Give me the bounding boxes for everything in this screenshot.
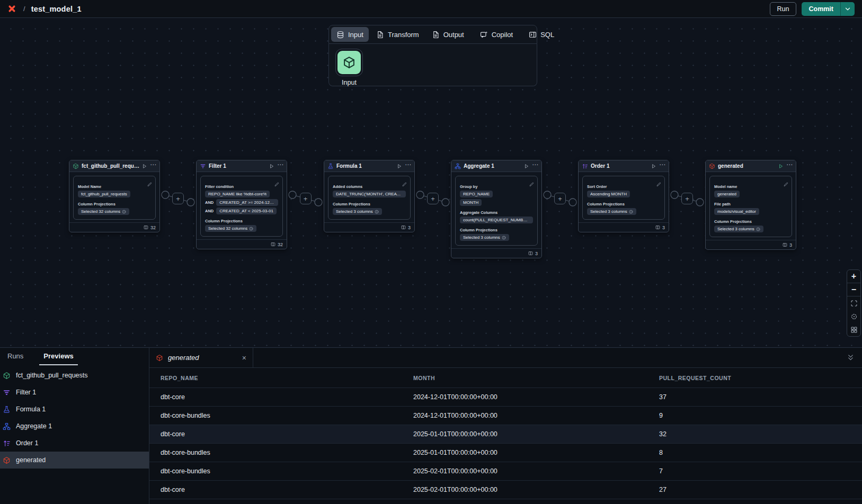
chevrons-down-icon (847, 354, 855, 362)
file-icon (376, 31, 384, 39)
preview-list-label: generated (16, 456, 46, 464)
filter-icon (3, 389, 11, 397)
node-run-button[interactable] (778, 164, 784, 169)
preview-list-item-fct_github_pull_requests[interactable]: fct_github_pull_requests (0, 367, 149, 384)
zoom-in-button[interactable]: + (847, 270, 860, 283)
collapse-panel-button[interactable] (847, 348, 862, 367)
pill-row: Selected 32 columns (205, 225, 278, 232)
edge-target-port[interactable] (442, 199, 449, 206)
sort-icon (582, 163, 588, 169)
palette-tab-sql[interactable]: SQL (523, 27, 559, 42)
table-cell: 37 (659, 393, 862, 401)
edge-target-port[interactable] (696, 199, 704, 206)
node-menu-button[interactable]: ⋯ (532, 161, 538, 170)
node-menu-button[interactable]: ⋯ (786, 161, 793, 170)
palette-tab-transform[interactable]: Transform (371, 27, 424, 42)
run-button[interactable]: Run (770, 2, 797, 16)
edge-source-port[interactable] (544, 191, 551, 199)
preview-list-item-formula-1[interactable]: Formula 1 (0, 401, 149, 418)
preview-list-item-order-1[interactable]: Order 1 (0, 435, 149, 452)
node-menu-button[interactable]: ⋯ (277, 161, 283, 170)
flask-icon (327, 163, 334, 169)
value-pill: Selected 32 columns (78, 208, 129, 215)
table-row[interactable]: dbt-core-bundles2025-02-01T00:00:00+00:0… (149, 462, 862, 480)
palette-tab-input[interactable]: Input (331, 27, 369, 42)
info-icon (375, 210, 379, 214)
minimap-button[interactable] (847, 323, 860, 336)
edge-target-port[interactable] (187, 199, 194, 206)
edit-pencil-icon[interactable] (529, 179, 534, 189)
commit-button-group: Commit (802, 2, 855, 16)
node-run-button[interactable] (142, 164, 147, 169)
edit-pencil-icon[interactable] (402, 179, 407, 189)
node-fct_github_pull_requests[interactable]: fct_github_pull_requests⋯Model Namefct_g… (69, 160, 160, 232)
commit-dropdown-button[interactable] (840, 2, 855, 16)
edge-source-port[interactable] (416, 191, 424, 199)
edit-pencil-icon[interactable] (656, 179, 661, 189)
column-count: 32 (150, 225, 156, 230)
value-pill: Selected 3 columns (587, 208, 636, 215)
node-generated[interactable]: generated⋯Model namegeneratedFile pathmo… (705, 160, 796, 250)
close-icon[interactable]: × (242, 354, 246, 362)
table-cell: 2025-02-01T00:00:00+00:00 (413, 486, 659, 493)
tab-runs[interactable]: Runs (3, 348, 28, 365)
node-body: Group byREPO_NAMEMONTHAggregate Columnsc… (451, 172, 541, 248)
pill-row: REPO_NAME like %dbt-core% (205, 191, 278, 197)
table-row[interactable]: dbt-core2025-01-01T00:00:00+00:0032 (149, 425, 862, 443)
preview-area: generated × REPO_NAMEMONTHPULL_REQUEST_C… (149, 348, 862, 504)
edit-pencil-icon[interactable] (274, 179, 279, 189)
dbt-logo-icon[interactable] (7, 4, 16, 13)
preview-list-item-aggregate-1[interactable]: Aggregate 1 (0, 418, 149, 435)
section-label: Sort Order (587, 184, 660, 189)
palette-tab-copilot[interactable]: Copilot (475, 27, 518, 42)
fit-view-button[interactable] (847, 296, 860, 310)
palette-tab-label: Input (348, 31, 363, 39)
edge-target-port[interactable] (569, 199, 576, 206)
node-aggregate_1[interactable]: Aggregate 1⋯Group byREPO_NAMEMONTHAggreg… (451, 160, 542, 258)
node-formula_1[interactable]: Formula 1⋯Added columnsDATE_TRUNC('MONTH… (324, 160, 415, 232)
node-run-button[interactable] (397, 164, 402, 169)
info-icon (756, 227, 760, 231)
add-node-button[interactable]: + (681, 193, 693, 204)
node-order_1[interactable]: Order 1⋯Sort OrderAscending MONTHColumn … (578, 160, 669, 232)
node-filter_1[interactable]: Filter 1⋯Filter conditionREPO_NAME like … (196, 160, 287, 249)
table-row[interactable]: dbt-core-bundles2025-01-01T00:00:00+00:0… (149, 443, 862, 462)
table-row[interactable]: dbt-core2024-12-01T00:00:00+00:0037 (149, 388, 862, 406)
value-pill: Selected 3 columns (333, 208, 382, 215)
canvas[interactable]: +++++ fct_github_pull_requests⋯Model Nam… (0, 18, 862, 347)
preview-tab-generated[interactable]: generated × (149, 348, 253, 367)
preview-list-item-filter-1[interactable]: Filter 1 (0, 384, 149, 401)
node-menu-button[interactable]: ⋯ (659, 161, 665, 170)
tab-previews[interactable]: Previews (39, 348, 77, 365)
preview-list-item-generated[interactable]: generated (0, 452, 149, 469)
palette-item-input[interactable]: Input (335, 49, 363, 80)
add-node-button[interactable]: + (300, 193, 312, 204)
node-run-button[interactable] (269, 164, 274, 169)
bottom-sidebar: RunsPreviews fct_github_pull_requestsFil… (0, 348, 149, 504)
edge-source-port[interactable] (671, 191, 678, 199)
add-node-button[interactable]: + (554, 193, 566, 204)
palette-tile[interactable] (337, 51, 361, 74)
edit-pencil-icon[interactable] (147, 179, 152, 189)
column-count: 3 (789, 242, 792, 248)
zoom-out-button[interactable]: − (847, 283, 860, 296)
table-row[interactable]: dbt-core2025-02-01T00:00:00+00:0027 (149, 480, 862, 499)
edge-source-port[interactable] (162, 191, 169, 199)
node-run-button[interactable] (524, 164, 529, 169)
pill-row: ANDCREATED_AT >= 2024-12-01 (205, 199, 278, 206)
palette-tab-label: Copilot (492, 31, 513, 39)
commit-button[interactable]: Commit (802, 2, 840, 16)
edge-source-port[interactable] (289, 191, 296, 199)
edge-target-port[interactable] (315, 199, 322, 206)
add-node-button[interactable]: + (427, 193, 439, 204)
add-node-button[interactable]: + (172, 193, 184, 204)
pill-row: MONTH (460, 199, 533, 206)
palette-tab-output[interactable]: Output (426, 27, 469, 42)
pill-row: models/visual_editor (714, 208, 787, 215)
table-row[interactable]: dbt-core-bundles2024-12-01T00:00:00+00:0… (149, 406, 862, 425)
edit-pencil-icon[interactable] (784, 179, 788, 189)
node-menu-button[interactable]: ⋯ (405, 161, 411, 170)
node-menu-button[interactable]: ⋯ (150, 161, 156, 170)
node-run-button[interactable] (651, 164, 656, 169)
locate-button[interactable] (847, 310, 860, 323)
